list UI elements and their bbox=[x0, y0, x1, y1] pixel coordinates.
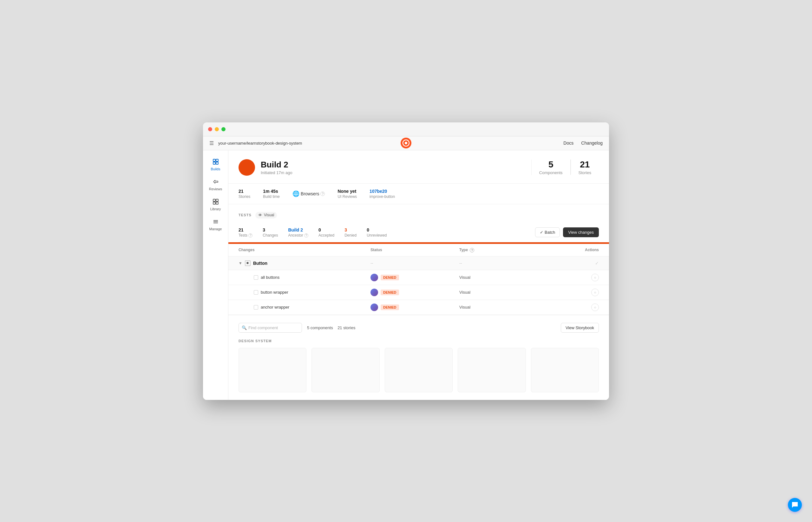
sidebar: Builds Reviews bbox=[203, 150, 229, 400]
avatar-2 bbox=[371, 288, 378, 296]
buildtime-label: Build time bbox=[263, 195, 280, 199]
buildtime-meta: 1m 45s Build time bbox=[263, 189, 280, 199]
accepted-value: 0 bbox=[318, 227, 334, 233]
component-name: ▼ ⊞ Button bbox=[239, 260, 371, 266]
type-cell-3: Visual bbox=[459, 305, 548, 309]
th-changes: Changes bbox=[239, 248, 371, 253]
stories-label: Stories bbox=[578, 170, 591, 175]
library-label: Library bbox=[210, 207, 221, 211]
status-cell-3: Denied bbox=[371, 303, 459, 311]
commit-link[interactable]: 107be20 bbox=[370, 189, 387, 194]
svg-rect-9 bbox=[213, 202, 215, 204]
story-card-5[interactable] bbox=[531, 348, 599, 392]
chrome-icon: 🌐 bbox=[293, 190, 299, 197]
build-stats: 5 Components 21 Stories bbox=[531, 160, 599, 175]
action-btn-2[interactable]: ○ bbox=[591, 288, 599, 296]
th-actions: Actions bbox=[548, 248, 599, 253]
changes-count-value: 3 bbox=[263, 227, 278, 233]
changes-count-label: Changes bbox=[263, 233, 278, 238]
unreviewed-count: 0 Unreviewed bbox=[367, 227, 387, 238]
build-subtitle: Initiated 17m ago bbox=[261, 170, 293, 175]
visual-badge: 👁 Visual bbox=[255, 212, 277, 219]
components-label: Components bbox=[539, 170, 563, 175]
reviews-icon bbox=[213, 179, 219, 186]
tests-title: TESTS bbox=[239, 213, 252, 217]
action-btn-3[interactable]: ○ bbox=[591, 303, 599, 311]
action-cell-2: ○ bbox=[548, 288, 599, 296]
story-card-content-4 bbox=[458, 348, 525, 392]
sidebar-item-library[interactable]: Library bbox=[205, 195, 226, 214]
story-label-1: all buttons bbox=[261, 275, 279, 280]
url-bar: your-username/learnstorybook-design-syst… bbox=[218, 141, 302, 145]
story-icon-1 bbox=[254, 275, 258, 280]
story-card-content-3 bbox=[385, 348, 452, 392]
story-card-4[interactable] bbox=[458, 348, 526, 392]
type-help-icon: ? bbox=[470, 248, 474, 253]
sidebar-item-builds[interactable]: Builds bbox=[205, 155, 226, 174]
stories-stat: 21 Stories bbox=[571, 160, 599, 175]
table-row: anchor wrapper Denied Visual ○ bbox=[229, 300, 609, 315]
story-label-2: button wrapper bbox=[261, 290, 288, 295]
components-number: 5 bbox=[539, 160, 563, 170]
changes-count: 3 Changes bbox=[263, 227, 278, 238]
build-info: Build 2 Initiated 17m ago bbox=[261, 160, 293, 175]
chromatic-logo bbox=[401, 138, 411, 148]
story-name-1: all buttons bbox=[239, 275, 371, 280]
tests-section: TESTS 👁 Visual 21 Tests ? bbox=[229, 204, 609, 242]
tests-help-icon: ? bbox=[249, 234, 253, 238]
view-changes-button[interactable]: View changes bbox=[563, 227, 599, 237]
view-storybook-button[interactable]: View Storybook bbox=[561, 323, 599, 333]
commit-value: 107be20 bbox=[370, 189, 395, 194]
status-dash-1: -- bbox=[371, 261, 459, 265]
reviews-meta-value: None yet bbox=[337, 189, 357, 194]
ancestor-value: Build 2 bbox=[288, 227, 308, 233]
story-label-3: anchor wrapper bbox=[261, 305, 289, 309]
stories-meta-label: Stories bbox=[239, 195, 250, 199]
story-card-1[interactable] bbox=[239, 348, 306, 392]
accepted-label: Accepted bbox=[318, 233, 334, 238]
table-row: all buttons Denied Visual ○ bbox=[229, 270, 609, 285]
minimize-button[interactable] bbox=[215, 127, 219, 131]
action-btn-1[interactable]: ○ bbox=[591, 274, 599, 281]
stories-number: 21 bbox=[578, 160, 591, 170]
type-cell-1: Visual bbox=[459, 275, 548, 280]
meta-strip: 21 Stories 1m 45s Build time 🌐 Browsers … bbox=[229, 184, 609, 204]
changes-table: Changes Status Type ? Actions ▼ ⊞ Button… bbox=[229, 244, 609, 315]
app-layout: Builds Reviews bbox=[203, 150, 609, 400]
chat-button[interactable] bbox=[788, 498, 802, 512]
collapse-icon[interactable]: ▼ bbox=[239, 261, 242, 265]
docs-link[interactable]: Docs bbox=[563, 140, 573, 145]
story-name-2: button wrapper bbox=[239, 290, 371, 295]
story-card-2[interactable] bbox=[312, 348, 379, 392]
ancestor-label: Ancestor ? bbox=[288, 233, 308, 238]
story-icon-3 bbox=[254, 305, 258, 309]
accepted-count: 0 Accepted bbox=[318, 227, 334, 238]
action-cell-1: ○ bbox=[548, 274, 599, 281]
app-window: ☰ your-username/learnstorybook-design-sy… bbox=[203, 122, 609, 400]
component-label: Button bbox=[253, 261, 268, 266]
status-cell-1: Denied bbox=[371, 274, 459, 281]
story-card-3[interactable] bbox=[385, 348, 453, 392]
changelog-link[interactable]: Changelog bbox=[581, 140, 603, 145]
batch-button[interactable]: ✓ Batch bbox=[535, 227, 560, 237]
stories-meta: 21 Stories bbox=[239, 189, 250, 199]
sidebar-item-reviews[interactable]: Reviews bbox=[205, 175, 226, 194]
table-header: Changes Status Type ? Actions bbox=[229, 244, 609, 257]
find-bar: 🔍 5 components 21 stories View Storybook bbox=[239, 323, 599, 333]
status-denied-3: Denied bbox=[381, 304, 399, 310]
browser-toolbar: ☰ your-username/learnstorybook-design-sy… bbox=[203, 136, 609, 150]
find-component-input[interactable] bbox=[239, 323, 302, 333]
story-card-content-5 bbox=[531, 348, 598, 392]
ancestor-help-icon: ? bbox=[304, 234, 308, 238]
tests-header: TESTS 👁 Visual bbox=[239, 212, 599, 219]
close-button[interactable] bbox=[208, 127, 212, 131]
sidebar-item-manage[interactable]: Manage bbox=[205, 215, 226, 234]
type-cell-2: Visual bbox=[459, 290, 548, 295]
svg-rect-6 bbox=[216, 162, 218, 164]
story-icon-2 bbox=[254, 290, 258, 295]
menu-icon[interactable]: ☰ bbox=[209, 140, 214, 146]
component-group-button: ▼ ⊞ Button -- -- ✓ bbox=[229, 257, 609, 270]
maximize-button[interactable] bbox=[221, 127, 225, 131]
ancestor-stat: Build 2 Ancestor ? bbox=[288, 227, 308, 238]
denied-value: 3 bbox=[344, 227, 357, 233]
